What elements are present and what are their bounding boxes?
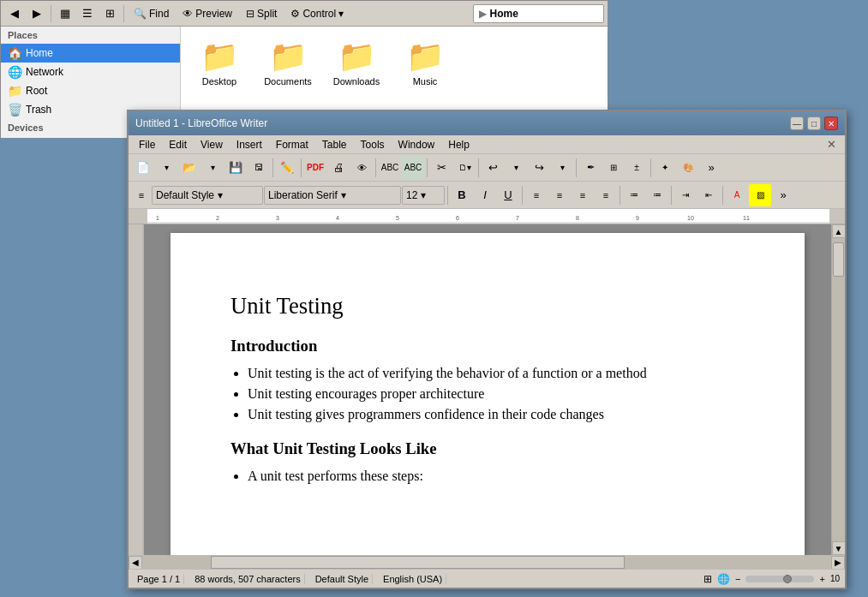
network-icon: 🌐 bbox=[8, 65, 22, 79]
view-icon1[interactable]: ▦ bbox=[55, 3, 75, 24]
printpreview-btn[interactable]: 👁 bbox=[350, 157, 373, 179]
gallary-btn[interactable]: 🎨 bbox=[677, 157, 699, 179]
menu-window[interactable]: Window bbox=[392, 137, 442, 152]
more-btn[interactable]: » bbox=[700, 157, 722, 179]
more-format-btn[interactable]: » bbox=[772, 184, 794, 206]
plus-zoom[interactable]: + bbox=[819, 574, 824, 584]
font-size-dropdown[interactable]: 12 ▾ bbox=[402, 186, 445, 205]
highlight-btn[interactable]: ▨ bbox=[749, 184, 771, 206]
minimize-button[interactable]: — bbox=[790, 116, 804, 130]
status-page: Page 1 / 1 bbox=[134, 574, 184, 584]
tb-sep4 bbox=[427, 158, 428, 177]
menu-view[interactable]: View bbox=[194, 137, 230, 152]
folder-desktop[interactable]: 📁 Desktop bbox=[189, 35, 249, 90]
undo-dropdown-btn[interactable]: ▾ bbox=[505, 157, 527, 179]
control-dropdown-icon: ▾ bbox=[338, 8, 344, 20]
scroll-left-arrow[interactable]: ◀ bbox=[129, 556, 142, 570]
sidebar-item-root[interactable]: 📁 Root bbox=[1, 81, 180, 100]
underline-btn[interactable]: U bbox=[497, 184, 519, 206]
undo-btn[interactable]: ↩ bbox=[482, 157, 504, 179]
vertical-scrollbar[interactable]: ▲ ▼ bbox=[831, 224, 845, 555]
preview-button[interactable]: 👁 Preview bbox=[177, 3, 238, 24]
h-scroll-thumb[interactable] bbox=[211, 556, 624, 569]
horizontal-scrollbar[interactable]: ◀ ▶ bbox=[129, 555, 845, 569]
control-button[interactable]: ⚙ Control ▾ bbox=[284, 3, 350, 24]
menu-table[interactable]: Table bbox=[315, 137, 354, 152]
export-pdf-btn[interactable]: PDF bbox=[304, 157, 326, 179]
bullet-list-btn[interactable]: ≔ bbox=[623, 184, 645, 206]
folder-desktop-icon: 📁 bbox=[201, 39, 239, 75]
edit-mode-btn[interactable]: ✏️ bbox=[276, 157, 298, 179]
navigator-btn[interactable]: ✦ bbox=[654, 157, 676, 179]
find-button[interactable]: 🔍 Find bbox=[128, 3, 175, 24]
save-btn[interactable]: 💾 bbox=[224, 157, 247, 179]
open-dropdown-btn[interactable]: ▾ bbox=[201, 157, 224, 179]
clipboard-btn[interactable]: 🗋▾ bbox=[453, 157, 476, 179]
new-btn[interactable]: 📄 bbox=[132, 157, 154, 179]
cut-btn[interactable]: ✂ bbox=[430, 157, 452, 179]
spellcheck-btn[interactable]: ABC bbox=[379, 157, 401, 179]
maximize-button[interactable]: □ bbox=[807, 116, 821, 130]
style-dropdown[interactable]: Default Style ▾ bbox=[152, 186, 263, 205]
back-button[interactable]: ◀ bbox=[4, 3, 25, 24]
num-list-btn[interactable]: ≔ bbox=[646, 184, 668, 206]
document-page[interactable]: Unit Testing Introduction Unit testing i… bbox=[171, 233, 805, 555]
folder-music[interactable]: 📁 Music bbox=[395, 35, 455, 90]
menu-close-x[interactable]: ✕ bbox=[822, 136, 841, 152]
menu-edit[interactable]: Edit bbox=[162, 137, 194, 152]
scroll-up-arrow[interactable]: ▲ bbox=[832, 224, 846, 238]
style-side-btn[interactable]: ≡ bbox=[132, 184, 151, 206]
menu-tools[interactable]: Tools bbox=[354, 137, 392, 152]
split-button[interactable]: ⊟ Split bbox=[240, 3, 283, 24]
view-icon2[interactable]: ☰ bbox=[77, 3, 98, 24]
indent-less-btn[interactable]: ⇤ bbox=[697, 184, 720, 206]
folder-downloads-icon: 📁 bbox=[338, 39, 376, 75]
indent-more-btn[interactable]: ⇥ bbox=[674, 184, 697, 206]
folder-documents[interactable]: 📁 Documents bbox=[258, 35, 318, 90]
scroll-down-arrow[interactable]: ▼ bbox=[832, 541, 846, 555]
align-right-btn[interactable]: ≡ bbox=[572, 184, 594, 206]
minus-zoom[interactable]: − bbox=[735, 574, 740, 584]
italic-btn[interactable]: I bbox=[474, 184, 496, 206]
sidebar-item-network[interactable]: 🌐 Network bbox=[1, 63, 180, 81]
scroll-right-arrow[interactable]: ▶ bbox=[831, 556, 845, 570]
showchange-btn[interactable]: ± bbox=[626, 157, 648, 179]
char-color-btn[interactable]: A bbox=[726, 184, 748, 206]
svg-text:2: 2 bbox=[216, 215, 219, 221]
table-btn[interactable]: ⊞ bbox=[602, 157, 625, 179]
draw-btn[interactable]: ✒ bbox=[579, 157, 602, 179]
document-area[interactable]: Unit Testing Introduction Unit testing i… bbox=[144, 224, 845, 555]
zoom-thumb[interactable] bbox=[783, 575, 792, 583]
close-button[interactable]: ✕ bbox=[824, 116, 838, 130]
view-icon3[interactable]: ⊞ bbox=[99, 3, 120, 24]
menu-format[interactable]: Format bbox=[269, 137, 315, 152]
font-dropdown[interactable]: Liberation Serif ▾ bbox=[264, 186, 401, 205]
root-icon: 📁 bbox=[8, 84, 22, 98]
menu-help[interactable]: Help bbox=[441, 137, 476, 152]
h-scroll-track[interactable] bbox=[142, 556, 831, 569]
align-justify-btn[interactable]: ≡ bbox=[595, 184, 617, 206]
align-center-btn[interactable]: ≡ bbox=[548, 184, 571, 206]
sidebar-item-home[interactable]: 🏠 Home bbox=[1, 44, 180, 63]
zoom-slider[interactable] bbox=[745, 576, 814, 582]
autocorrect-btn[interactable]: ABC bbox=[402, 157, 424, 179]
folder-music-label: Music bbox=[413, 76, 438, 87]
page-area: Unit Testing Introduction Unit testing i… bbox=[144, 224, 831, 555]
redo-btn[interactable]: ↪ bbox=[528, 157, 550, 179]
redo-dropdown-btn[interactable]: ▾ bbox=[551, 157, 573, 179]
saveas-btn[interactable]: 🖫 bbox=[248, 157, 270, 179]
address-bar[interactable]: ▶ Home bbox=[473, 4, 604, 23]
scroll-track[interactable] bbox=[832, 238, 845, 541]
fm-toolbar: ◀ ▶ ▦ ☰ ⊞ 🔍 Find 👁 Preview ⊟ Split ⚙ Con… bbox=[1, 1, 608, 27]
folder-downloads[interactable]: 📁 Downloads bbox=[326, 35, 386, 90]
print-btn[interactable]: 🖨 bbox=[327, 157, 350, 179]
bold-btn[interactable]: B bbox=[451, 184, 473, 206]
forward-button[interactable]: ▶ bbox=[27, 3, 47, 24]
menu-file[interactable]: File bbox=[132, 137, 162, 152]
scroll-thumb[interactable] bbox=[833, 242, 844, 277]
align-left-btn[interactable]: ≡ bbox=[525, 184, 548, 206]
open-btn[interactable]: 📂 bbox=[178, 157, 201, 179]
menu-insert[interactable]: Insert bbox=[230, 137, 269, 152]
new-dropdown-btn[interactable]: ▾ bbox=[155, 157, 177, 179]
style-label: Default Style bbox=[156, 189, 214, 201]
